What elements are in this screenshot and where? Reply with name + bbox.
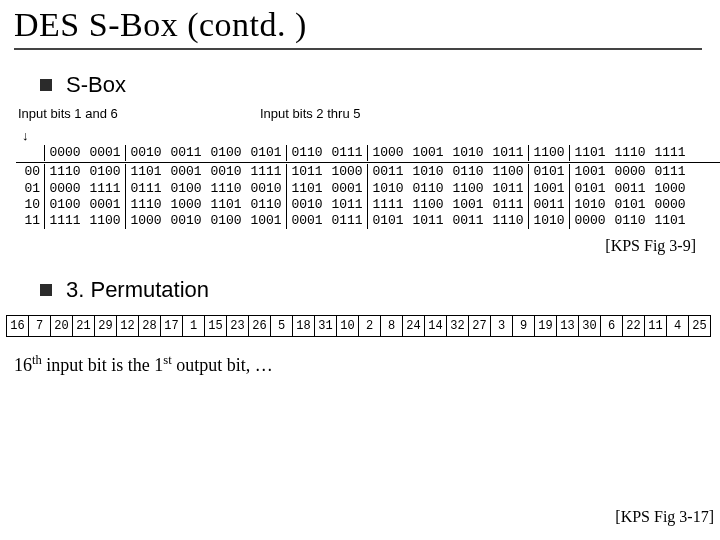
sbox-cell: 1011 [488,181,528,197]
perm-cell: 11 [644,315,666,337]
sbox-cell: 0011 [528,197,569,213]
permutation-caption: 16th input bit is the 1st output bit, … [14,353,720,376]
sbox-table: 0000000100100011010001010110011110001001… [16,145,720,229]
perm-cell: 27 [468,315,490,337]
perm-cell: 32 [446,315,468,337]
perm-cell: 12 [116,315,138,337]
sbox-cell: 1010 [528,213,569,229]
sbox-cell: 1100 [85,213,125,229]
bullet-perm-label: 3. Permutation [66,277,209,303]
bullet-icon [40,284,52,296]
title-bar: DES S-Box (contd. ) [14,0,702,50]
sbox-cell: 0010 [166,213,206,229]
sbox-cell: 0000 [569,213,610,229]
sup-st: st [163,353,171,367]
sbox-cell: 1000 [650,181,690,197]
sbox-cell: 1011 [327,197,367,213]
sbox-cell: 0100 [85,164,125,180]
sbox-cell: 0011 [610,181,650,197]
sbox-cell: 0110 [246,197,286,213]
perm-cell: 30 [578,315,600,337]
sbox-col-0111: 0111 [327,145,367,161]
perm-cell: 18 [292,315,314,337]
sbox-cell: 0111 [488,197,528,213]
sbox-cell: 0110 [408,181,448,197]
sbox-cell: 1101 [125,164,166,180]
sbox-col-1110: 1110 [610,145,650,161]
bullet-icon [40,79,52,91]
bullet-perm: 3. Permutation [40,277,720,303]
sbox-cell: 1110 [206,181,246,197]
sbox-col-0101: 0101 [246,145,286,161]
perm-cell: 5 [270,315,292,337]
cap-mid: input bit is the 1 [42,355,164,375]
perm-cell: 17 [160,315,182,337]
sbox-col-0010: 0010 [125,145,166,161]
sbox-cell: 0100 [206,213,246,229]
perm-cell: 14 [424,315,446,337]
sbox-col-1000: 1000 [367,145,408,161]
sbox-cell: 1101 [206,197,246,213]
perm-cell: 20 [50,315,72,337]
cap-16: 16 [14,355,32,375]
sbox-cell: 1100 [408,197,448,213]
sbox-cell: 0111 [650,164,690,180]
sbox-cell: 1111 [246,164,286,180]
sup-th: th [32,353,42,367]
sbox-col-0110: 0110 [286,145,327,161]
permutation-table: 1672021291228171152326518311028241432273… [6,315,720,337]
perm-cell: 2 [358,315,380,337]
sbox-cell: 0100 [44,197,85,213]
sbox-row-11: 11 [16,213,44,229]
sbox-cell: 0001 [166,164,206,180]
sbox-cell: 0101 [610,197,650,213]
sbox-cell: 1110 [488,213,528,229]
sbox-col-1100: 1100 [528,145,569,161]
sbox-cell: 1000 [327,164,367,180]
sbox-cell: 0100 [166,181,206,197]
sbox-col-1111: 1111 [650,145,690,161]
slide: { "title": "DES S-Box (contd. )", "bulle… [0,0,720,540]
perm-cell: 23 [226,315,248,337]
sbox-cell: 1111 [44,213,85,229]
perm-cell: 1 [182,315,204,337]
sbox-cell: 0001 [327,181,367,197]
sbox-col-0000: 0000 [44,145,85,161]
sbox-cell: 0111 [327,213,367,229]
sbox-cell: 0000 [610,164,650,180]
sbox-cell: 1100 [488,164,528,180]
sbox-row-01: 01 [16,181,44,197]
perm-cell: 28 [138,315,160,337]
reference-sbox: [KPS Fig 3-9] [0,237,696,255]
sbox-cell: 1000 [166,197,206,213]
perm-cell: 9 [512,315,534,337]
sbox-cell: 0011 [448,213,488,229]
perm-cell: 21 [72,315,94,337]
sbox-cell: 1111 [367,197,408,213]
page-title: DES S-Box (contd. ) [14,6,702,44]
perm-cell: 10 [336,315,358,337]
sbox-cell: 1010 [367,181,408,197]
sbox-cell: 0110 [610,213,650,229]
perm-cell: 16 [6,315,28,337]
sbox-cell: 1011 [408,213,448,229]
down-arrow-icon: ↓ [22,128,720,143]
sbox-cell: 0001 [85,197,125,213]
sbox-col-1011: 1011 [488,145,528,161]
reference-perm: [KPS Fig 3-17] [615,508,714,526]
bullet-sbox: S-Box [40,72,720,98]
sbox-cell: 1110 [125,197,166,213]
sbox-cell: 1010 [569,197,610,213]
sbox-cell: 1010 [408,164,448,180]
label-bits-2-5: Input bits 2 thru 5 [260,106,360,121]
sbox-cell: 1111 [85,181,125,197]
sbox-row-10: 10 [16,197,44,213]
sbox-cell: 0000 [650,197,690,213]
sbox-col-0100: 0100 [206,145,246,161]
sbox-cell: 1011 [286,164,327,180]
perm-cell: 4 [666,315,688,337]
sbox-col-0011: 0011 [166,145,206,161]
sbox-cell: 1001 [246,213,286,229]
sbox-cell: 0011 [367,164,408,180]
sbox-col-labels: Input bits 1 and 6 Input bits 2 thru 5 [0,106,720,126]
